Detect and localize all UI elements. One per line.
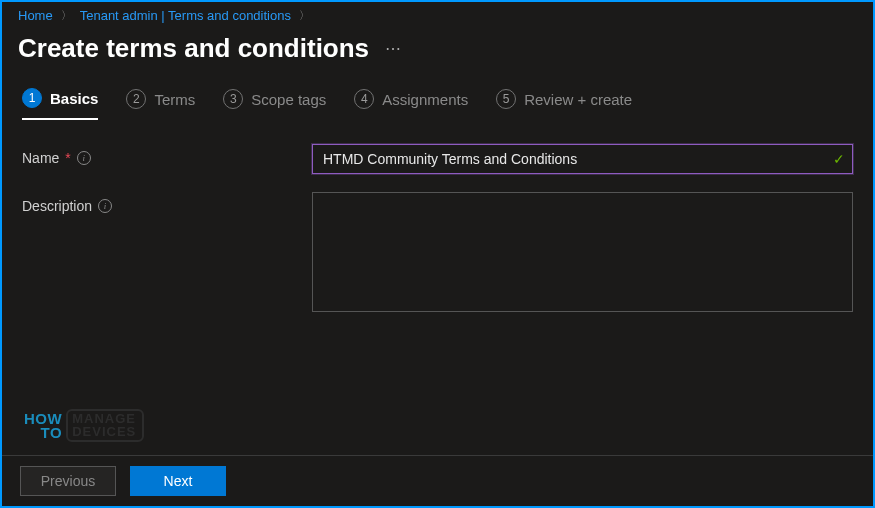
tab-basics[interactable]: 1 Basics — [22, 88, 98, 120]
form-basics: Name * i ✓ Description i — [2, 134, 873, 343]
breadcrumb: Home 〉 Tenant admin | Terms and conditio… — [2, 2, 873, 29]
next-button[interactable]: Next — [130, 466, 226, 496]
previous-button: Previous — [20, 466, 116, 496]
info-icon[interactable]: i — [98, 199, 112, 213]
wizard-tabs: 1 Basics 2 Terms 3 Scope tags 4 Assignme… — [2, 88, 873, 134]
page-header: Create terms and conditions ⋯ — [2, 29, 873, 88]
breadcrumb-tenant-admin[interactable]: Tenant admin | Terms and conditions — [80, 8, 291, 23]
tab-review-create[interactable]: 5 Review + create — [496, 89, 632, 119]
form-row-name: Name * i ✓ — [22, 144, 853, 174]
tab-label: Basics — [50, 90, 98, 107]
breadcrumb-home[interactable]: Home — [18, 8, 53, 23]
tab-assignments[interactable]: 4 Assignments — [354, 89, 468, 119]
watermark-text: TO — [24, 426, 62, 440]
wizard-footer: Previous Next — [2, 455, 873, 506]
watermark-text: DEVICES — [72, 426, 136, 438]
info-icon[interactable]: i — [77, 151, 91, 165]
name-input[interactable] — [312, 144, 853, 174]
tab-number: 1 — [22, 88, 42, 108]
chevron-right-icon: 〉 — [299, 8, 310, 23]
tab-number: 3 — [223, 89, 243, 109]
description-label: Description i — [22, 192, 312, 214]
tab-number: 5 — [496, 89, 516, 109]
tab-label: Terms — [154, 91, 195, 108]
tab-label: Scope tags — [251, 91, 326, 108]
watermark-logo: HOW TO MANAGE DEVICES — [24, 409, 144, 442]
tab-label: Assignments — [382, 91, 468, 108]
required-indicator: * — [65, 150, 70, 166]
name-label: Name * i — [22, 144, 312, 166]
tab-number: 2 — [126, 89, 146, 109]
label-text: Name — [22, 150, 59, 166]
check-icon: ✓ — [833, 151, 845, 167]
tab-label: Review + create — [524, 91, 632, 108]
form-row-description: Description i — [22, 192, 853, 315]
label-text: Description — [22, 198, 92, 214]
tab-terms[interactable]: 2 Terms — [126, 89, 195, 119]
description-textarea[interactable] — [312, 192, 853, 312]
more-actions-icon[interactable]: ⋯ — [385, 39, 403, 58]
tab-scope-tags[interactable]: 3 Scope tags — [223, 89, 326, 119]
page-title: Create terms and conditions — [18, 33, 369, 64]
tab-number: 4 — [354, 89, 374, 109]
chevron-right-icon: 〉 — [61, 8, 72, 23]
